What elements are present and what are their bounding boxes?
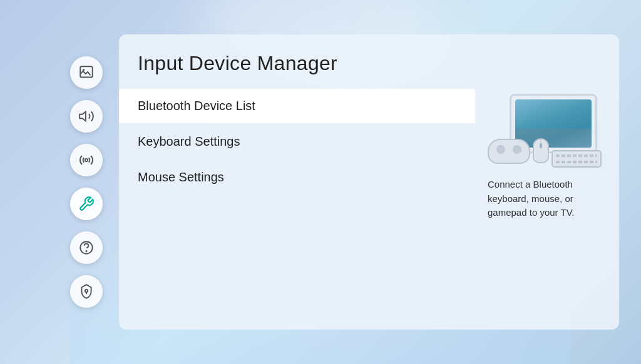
info-panel: Connect a Bluetooth keyboard, mouse, or … — [475, 88, 619, 310]
sidebar-item-broadcast[interactable] — [70, 144, 103, 176]
broadcast-icon — [78, 152, 95, 168]
mouse-scroll — [540, 143, 542, 148]
gamepad-body — [488, 139, 530, 164]
svg-point-3 — [85, 159, 88, 161]
gamepad-illustration — [488, 134, 533, 164]
keyboard-illustration — [551, 150, 602, 168]
svg-point-1 — [83, 69, 85, 71]
support-icon — [78, 240, 95, 256]
menu-item-keyboard[interactable]: Keyboard Settings — [119, 124, 475, 159]
sidebar-item-picture[interactable] — [70, 56, 103, 89]
svg-marker-2 — [79, 111, 86, 121]
sound-icon — [78, 108, 95, 124]
page-title: Input Device Manager — [119, 52, 619, 75]
menu-item-mouse[interactable]: Mouse Settings — [119, 160, 475, 195]
sidebar-item-support[interactable] — [70, 231, 103, 264]
mouse-illustration — [533, 138, 551, 166]
content-area: Bluetooth Device List Keyboard Settings … — [119, 88, 619, 310]
svg-point-6 — [85, 290, 88, 292]
sidebar — [68, 44, 105, 320]
menu-item-bluetooth[interactable]: Bluetooth Device List — [119, 89, 475, 123]
privacy-icon — [78, 283, 95, 300]
device-illustration — [488, 94, 600, 169]
sidebar-item-general[interactable] — [70, 188, 103, 220]
mouse-body — [533, 138, 549, 163]
wrench-icon — [78, 196, 95, 212]
info-description: Connect a Bluetooth keyboard, mouse, or … — [481, 178, 607, 220]
menu-list: Bluetooth Device List Keyboard Settings … — [119, 88, 475, 310]
main-panel: Input Device Manager Bluetooth Device Li… — [119, 34, 619, 330]
picture-icon — [78, 64, 95, 81]
sidebar-item-sound[interactable] — [70, 100, 103, 133]
svg-point-5 — [86, 251, 86, 251]
sidebar-item-privacy[interactable] — [70, 275, 103, 308]
